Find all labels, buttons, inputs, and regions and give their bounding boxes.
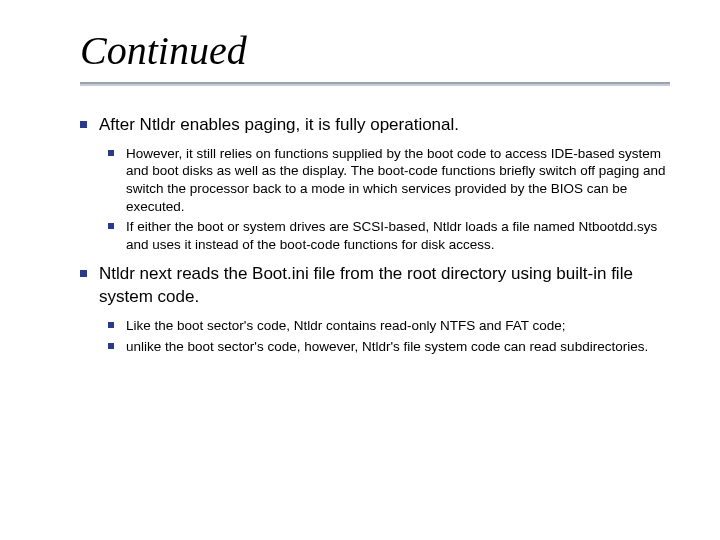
list-item-text: Like the boot sector's code, Ntldr conta… — [126, 317, 566, 335]
list-item-text: If either the boot or system drives are … — [126, 218, 672, 253]
list-item: Ntldr next reads the Boot.ini file from … — [80, 263, 672, 309]
title-underline — [80, 82, 670, 86]
list-item: If either the boot or system drives are … — [108, 218, 672, 253]
list-item: Like the boot sector's code, Ntldr conta… — [108, 317, 672, 335]
square-bullet-icon — [108, 322, 114, 328]
list-item-text: Ntldr next reads the Boot.ini file from … — [99, 263, 672, 309]
square-bullet-icon — [80, 270, 87, 277]
list-item: After Ntldr enables paging, it is fully … — [80, 114, 672, 137]
slide: Continued After Ntldr enables paging, it… — [0, 0, 720, 540]
list-item-text: However, it still relies on functions su… — [126, 145, 672, 215]
list-item: However, it still relies on functions su… — [108, 145, 672, 215]
list-item-text: unlike the boot sector's code, however, … — [126, 338, 648, 356]
square-bullet-icon — [108, 223, 114, 229]
square-bullet-icon — [108, 343, 114, 349]
slide-title: Continued — [80, 30, 672, 72]
list-item: unlike the boot sector's code, however, … — [108, 338, 672, 356]
square-bullet-icon — [108, 150, 114, 156]
list-item-text: After Ntldr enables paging, it is fully … — [99, 114, 459, 137]
square-bullet-icon — [80, 121, 87, 128]
content-area: After Ntldr enables paging, it is fully … — [80, 114, 672, 355]
